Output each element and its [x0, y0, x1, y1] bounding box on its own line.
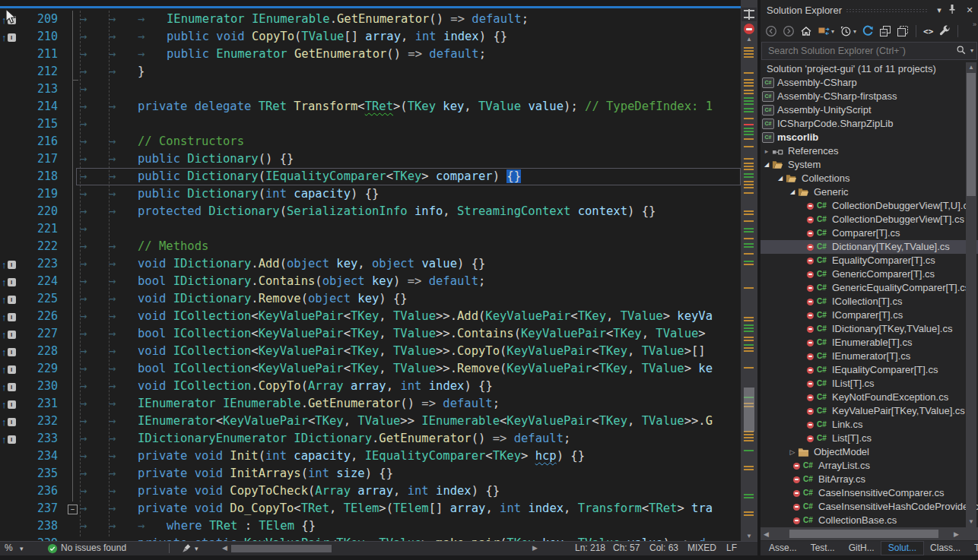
status-encoding[interactable]: MIXED — [687, 542, 716, 555]
line-number[interactable]: 231 — [21, 395, 58, 413]
panel-tab-test[interactable]: Test... — [804, 542, 842, 555]
panel-title-bar[interactable]: Solution Explorer ▾ ✕ — [760, 0, 978, 21]
line-number[interactable]: 237 — [21, 500, 58, 517]
switch-views-button[interactable]: ▾ — [817, 23, 835, 40]
tree-item[interactable]: C#KeyNotFoundException.cs — [760, 391, 978, 404]
tree-item[interactable]: Solution 'project-gui' (11 of 11 project… — [760, 62, 978, 76]
tree-item[interactable]: C#List[T].cs — [760, 432, 978, 445]
show-all-files-button[interactable] — [896, 23, 910, 40]
line-number[interactable]: 223 — [21, 255, 58, 273]
tree-scrollbar-thumb[interactable] — [967, 73, 976, 196]
implements-arrow-icon[interactable]: ↑ — [2, 32, 7, 43]
implements-arrow-icon[interactable]: ↑ — [2, 277, 7, 288]
tree-hscroll-right-arrow[interactable]: ▶ — [954, 530, 959, 538]
formatter-caret-icon[interactable]: ▾ — [195, 543, 198, 555]
code-line[interactable]: → — [76, 220, 741, 238]
code-editor[interactable]: ↑I↑I↑I↑I↑I↑I↑I↑I↑I↑I↑I↑I↑I 2092102112122… — [0, 0, 757, 555]
tree-item[interactable]: C#IEnumerable[T].cs — [760, 336, 978, 350]
tree-item[interactable]: C#mscorlib — [760, 131, 978, 144]
tree-item[interactable]: ◢Generic — [760, 185, 978, 199]
forward-button[interactable] — [782, 23, 795, 40]
tree-scroll-up-arrow[interactable]: ▲ — [966, 63, 976, 72]
implements-arrow-icon[interactable]: ↑ — [2, 329, 7, 340]
code-line[interactable]: →→public Dictionary(int capacity) {} — [76, 185, 741, 203]
line-number[interactable]: 238 — [21, 517, 58, 535]
search-icon[interactable] — [956, 45, 967, 55]
tree-vertical-scrollbar[interactable]: ▲ ▼ — [966, 62, 976, 527]
code-line[interactable]: →→void IDictionary.Remove(object key) {} — [76, 290, 741, 308]
tree-item[interactable]: C#KeyValuePair[TKey,TValue].cs — [760, 404, 978, 418]
code-line[interactable]: →→// Constructors — [76, 133, 741, 150]
tree-item[interactable]: C#Dictionary[TKey,TValue].cs — [760, 240, 978, 254]
tree-item[interactable]: C#Comparer[T].cs — [760, 226, 978, 240]
code-line[interactable]: →→→IEnumerator IEnumerable.GetEnumerator… — [76, 11, 741, 28]
line-number[interactable]: 213 — [21, 81, 58, 98]
tree-hscroll-thumb[interactable] — [789, 530, 938, 538]
line-number[interactable]: 219 — [21, 185, 58, 203]
implements-arrow-icon[interactable]: ↑ — [2, 312, 7, 323]
code-line[interactable]: →→} — [76, 63, 741, 81]
tree-item[interactable]: C#GenericEqualityComparer[T].cs — [760, 281, 978, 295]
code-line[interactable]: →→→public Enumerator GetEnumerator() => … — [76, 46, 741, 63]
code-line[interactable]: →→private void Init(int capacity, IEqual… — [76, 448, 741, 465]
code-line[interactable]: →→public Dictionary() {} — [76, 150, 741, 168]
code-line[interactable]: →→bool ICollection<KeyValuePair<TKey, TV… — [76, 325, 741, 343]
tree-item[interactable]: C#IEnumerator[T].cs — [760, 350, 978, 363]
tree-item[interactable]: ◢System — [760, 158, 978, 172]
code-line[interactable]: →→protected Dictionary(SerializationInfo… — [76, 203, 741, 220]
tree-item[interactable]: C#IList[T].cs — [760, 377, 978, 391]
document-health-error-icon[interactable] — [744, 24, 754, 34]
code-line[interactable]: →→private delegate TRet Transform<TRet>(… — [76, 98, 741, 115]
tree-item[interactable]: C#IComparer[T].cs — [760, 308, 978, 322]
search-options-caret-icon[interactable]: ▾ — [970, 47, 973, 54]
code-line[interactable]: →→public Dictionary(IEqualityComparer<TK… — [76, 168, 741, 185]
vertical-scrollbar[interactable]: ▲ ▼ — [741, 0, 757, 542]
tree-item[interactable]: C#EqualityComparer[T].cs — [760, 254, 978, 267]
implements-arrow-icon[interactable]: ↑ — [2, 294, 7, 305]
code-line[interactable]: →→bool IDictionary.Contains(object key) … — [76, 273, 741, 290]
panel-tab-class[interactable]: Class... — [923, 542, 967, 555]
collapsed-arrow-icon[interactable]: ▷ — [787, 445, 798, 459]
code-line[interactable]: →→IEnumerator IEnumerable.GetEnumerator(… — [76, 395, 741, 413]
expanded-arrow-icon[interactable]: ◢ — [775, 172, 786, 185]
zoom-caret-icon[interactable]: ▾ — [20, 543, 24, 555]
code-line[interactable]: →→private void CopyToCheck(Array array, … — [76, 482, 741, 500]
tree-item[interactable]: ▷ObjectModel — [760, 445, 978, 459]
close-icon[interactable]: ✕ — [963, 0, 976, 21]
tree-item[interactable]: C#IDictionary[TKey,TValue].cs — [760, 322, 978, 336]
expanded-arrow-icon[interactable]: ◢ — [787, 185, 798, 199]
line-number[interactable]: 217 — [21, 150, 58, 168]
scroll-down-arrow[interactable]: ▼ — [741, 533, 757, 540]
line-number[interactable]: 228 — [21, 343, 58, 360]
search-box[interactable]: ▾ — [761, 42, 977, 60]
line-number[interactable]: 236 — [21, 482, 58, 500]
tree-item[interactable]: C#ICSharpCode.SharpZipLib — [760, 117, 978, 131]
tree-item[interactable]: C#Assembly-UnityScript — [760, 103, 978, 117]
tree-item[interactable]: ▸References — [760, 144, 978, 158]
panel-tab-asse[interactable]: Asse... — [762, 542, 804, 555]
brush-formatter-icon[interactable] — [181, 543, 192, 554]
tree-item[interactable]: C#Link.cs — [760, 418, 978, 432]
panel-tab-tea[interactable]: Tea... — [967, 542, 978, 555]
tree-item[interactable]: ◢Collections — [760, 172, 978, 185]
code-area[interactable]: ↑I↑I↑I↑I↑I↑I↑I↑I↑I↑I↑I↑I↑I 2092102112122… — [0, 0, 757, 542]
tree-item[interactable]: C#CaseInsensitiveHashCodeProvider.cs — [760, 500, 978, 514]
caret-down-icon[interactable]: ▾ — [853, 28, 856, 35]
line-number[interactable]: 218 — [21, 168, 58, 185]
line-number[interactable]: 234 — [21, 448, 58, 465]
line-number[interactable]: 235 — [21, 465, 58, 482]
code-line[interactable]: →→void ICollection<KeyValuePair<TKey, TV… — [76, 308, 741, 325]
line-number[interactable]: 220 — [21, 203, 58, 220]
tree-item[interactable]: C#CollectionDebuggerView[T].cs — [760, 213, 978, 226]
line-number[interactable]: 229 — [21, 360, 58, 378]
collapsed-arrow-icon[interactable]: ▸ — [761, 144, 772, 158]
collapse-all-button[interactable] — [878, 23, 892, 40]
zoom-level[interactable]: % — [5, 542, 13, 555]
line-number[interactable]: 214 — [21, 98, 58, 115]
line-number[interactable]: 216 — [21, 133, 58, 150]
line-number[interactable]: 222 — [21, 238, 58, 255]
home-button[interactable] — [799, 23, 813, 40]
panel-tab-gith[interactable]: GitH... — [842, 542, 881, 555]
tree-item[interactable]: C#CollectionDebuggerView[T,U].cs — [760, 199, 978, 213]
pin-icon[interactable] — [948, 4, 961, 14]
